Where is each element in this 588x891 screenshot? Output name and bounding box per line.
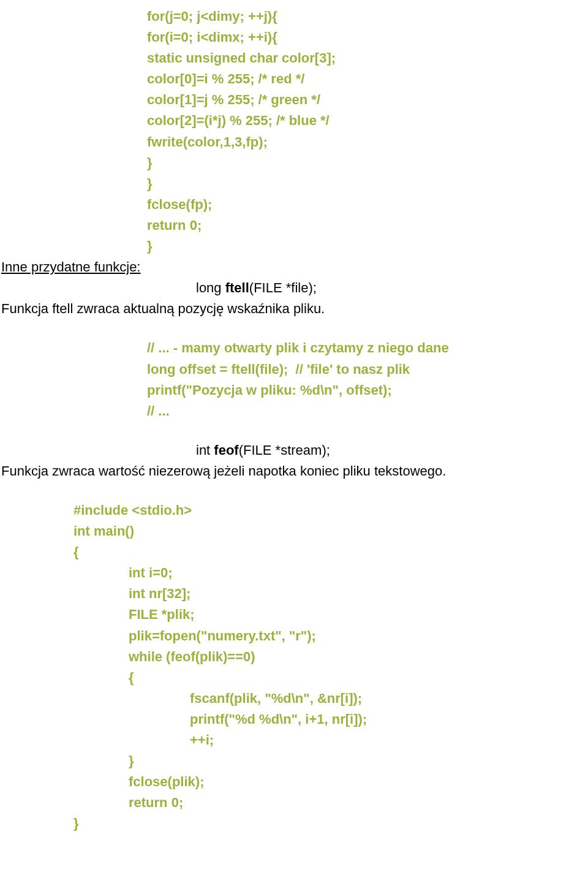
code-line: }: [129, 751, 588, 772]
code-line: color[1]=j % 255; /* green */: [147, 89, 588, 110]
function-signature-ftell: long ftell(FILE *file);: [196, 278, 588, 298]
code-line: for(i=0; i<dimx; ++i){: [147, 27, 588, 48]
code-line: printf("%d %d\n", i+1, nr[i]);: [190, 709, 588, 730]
code-line: int i=0;: [129, 563, 588, 583]
code-line: color[0]=i % 255; /* red */: [147, 69, 588, 89]
code-line: color[2]=(i*j) % 255; /* blue */: [147, 110, 588, 131]
code-line: // ...: [147, 401, 588, 422]
sig-pre: long: [196, 280, 225, 295]
code-line: int nr[32];: [129, 583, 588, 604]
section-heading: Inne przydatne funkcje:: [1, 257, 588, 278]
code-line: }: [147, 236, 588, 257]
code-line: plik=fopen("numery.txt", "r");: [129, 626, 588, 646]
code-line: int main(): [74, 521, 588, 542]
code-line: return 0;: [129, 792, 588, 813]
sig-pre: int: [196, 442, 214, 458]
code-line: for(j=0; j<dimy; ++j){: [147, 6, 588, 27]
code-line: fwrite(color,1,3,fp);: [147, 132, 588, 153]
code-line: #include <stdio.h>: [74, 500, 588, 521]
sig-post: (FILE *stream);: [239, 442, 330, 458]
code-line: fclose(fp);: [147, 194, 588, 215]
sig-post: (FILE *file);: [249, 280, 317, 295]
code-line: while (feof(plik)==0): [129, 646, 588, 667]
code-line: {: [129, 667, 588, 688]
code-line: // ... - mamy otwarty plik i czytamy z n…: [147, 338, 588, 358]
sig-func: feof: [214, 442, 238, 458]
description-feof: Funkcja zwraca wartość niezerową jeżeli …: [1, 461, 588, 482]
code-line: }: [147, 153, 588, 173]
code-line: printf("Pozycja w pliku: %d\n", offset);: [147, 380, 588, 401]
code-line: }: [74, 813, 588, 834]
code-line: {: [74, 542, 588, 563]
code-line: fscanf(plik, "%d\n", &nr[i]);: [190, 688, 588, 709]
code-line: ++i;: [190, 730, 588, 751]
code-line: return 0;: [147, 215, 588, 236]
description-ftell: Funkcja ftell zwraca aktualną pozycję ws…: [1, 298, 588, 319]
code-line: long offset = ftell(file); // 'file' to …: [147, 359, 588, 380]
function-signature-feof: int feof(FILE *stream);: [196, 440, 588, 461]
code-line: static unsigned char color[3];: [147, 48, 588, 69]
sig-func: ftell: [225, 280, 249, 295]
code-line: FILE *plik;: [129, 604, 588, 625]
code-line: }: [147, 173, 588, 194]
code-line: fclose(plik);: [129, 772, 588, 792]
